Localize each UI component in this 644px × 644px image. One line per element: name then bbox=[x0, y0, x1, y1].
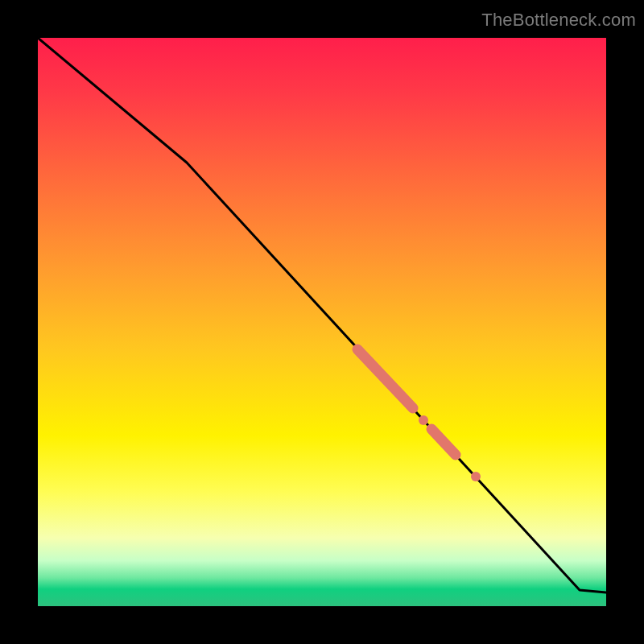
highlight-segment-1 bbox=[357, 349, 413, 408]
highlight-segment-2 bbox=[431, 429, 456, 455]
highlight-dot-1 bbox=[419, 415, 428, 425]
highlight-dot-2 bbox=[471, 472, 481, 481]
chart-frame: TheBottleneck.com bbox=[0, 0, 644, 644]
plot-area bbox=[38, 38, 606, 606]
watermark-text: TheBottleneck.com bbox=[481, 10, 636, 31]
chart-svg bbox=[38, 38, 606, 606]
series-curve bbox=[38, 38, 606, 592]
